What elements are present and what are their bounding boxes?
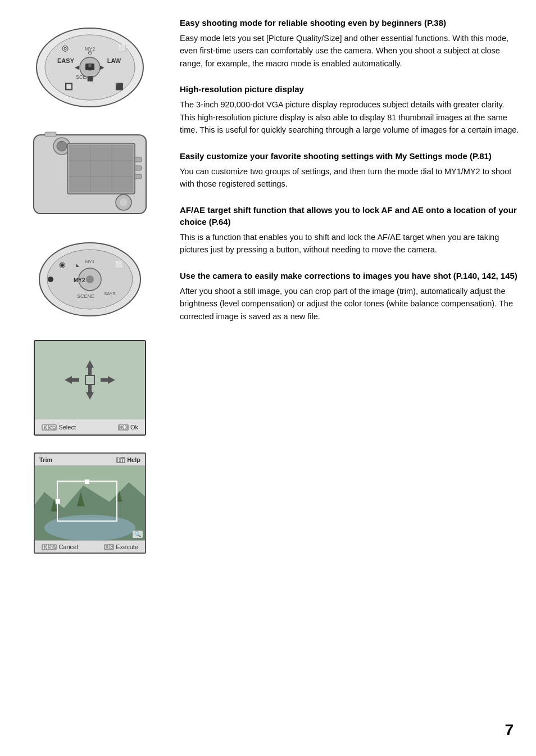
svg-text:⬛: ⬛ (115, 82, 124, 90)
svg-rect-22 (69, 145, 133, 192)
svg-marker-47 (86, 392, 94, 400)
svg-text:◣: ◣ (76, 262, 80, 268)
svg-text:◉: ◉ (59, 260, 65, 269)
svg-marker-51 (108, 376, 115, 384)
trim-screen-top: Trim Fn Help (35, 454, 145, 466)
trim-label: Trim (39, 456, 52, 463)
svg-rect-32 (45, 132, 56, 137)
zoom-icon: 🔍 (133, 531, 143, 538)
svg-rect-50 (71, 378, 79, 382)
cancel-label: DISP Cancel (42, 544, 78, 550)
select-label: DISP Select (42, 424, 76, 431)
af-screen-bottom: DISP Select OK Ok (35, 419, 145, 434)
svg-text:SAYS: SAYS (104, 291, 116, 296)
af-target-screen: AF (28, 340, 152, 436)
svg-point-36 (86, 275, 94, 283)
section-easy-shooting-body: Easy mode lets you set [Picture Quality/… (180, 32, 519, 70)
page-number: 7 (505, 721, 514, 739)
section-high-res-body: The 3-inch 920,000-dot VGA picture displ… (180, 98, 519, 136)
section-af-ae: AF/AE target shift function that allows … (180, 204, 519, 256)
svg-point-20 (57, 141, 67, 151)
section-corrections-body: After you shoot a still image, you can c… (180, 285, 519, 323)
svg-rect-53 (85, 375, 94, 384)
section-easy-shooting: Easy shooting mode for reliable shooting… (180, 17, 519, 70)
svg-rect-29 (135, 157, 142, 162)
camera-top-illustration: EASY LAW MY2 SCENE ⊙ (28, 22, 152, 112)
trim-screen-inner: 🔍 (35, 466, 145, 540)
svg-point-28 (120, 198, 128, 206)
svg-text:🔲: 🔲 (65, 82, 73, 90)
svg-text:⊙: ⊙ (88, 49, 92, 56)
trim-screen-bottom: DISP Cancel OK Execute (35, 540, 145, 553)
right-column: Easy shooting mode for reliable shooting… (174, 17, 519, 722)
section-af-ae-body: This is a function that enables you to s… (180, 231, 519, 256)
svg-text:⬛: ⬛ (87, 75, 94, 82)
svg-text:MY1: MY1 (85, 259, 95, 264)
svg-rect-52 (101, 378, 108, 382)
section-corrections-title: Use the camera to easily make correction… (180, 270, 519, 282)
svg-point-9 (88, 64, 92, 67)
svg-rect-30 (135, 166, 142, 170)
svg-text:⬜: ⬜ (118, 44, 126, 52)
svg-rect-46 (88, 367, 92, 375)
page: EASY LAW MY2 SCENE ⊙ (0, 0, 536, 756)
svg-text:LAW: LAW (107, 57, 121, 64)
svg-marker-45 (86, 360, 94, 368)
svg-text:MY2: MY2 (74, 277, 85, 283)
svg-point-44 (48, 277, 53, 282)
help-label: Fn Help (116, 456, 140, 463)
trim-screen: Trim Fn Help (28, 452, 152, 554)
svg-rect-48 (88, 385, 92, 393)
section-easy-shooting-title: Easy shooting mode for reliable shooting… (180, 17, 519, 29)
section-af-ae-title: AF/AE target shift function that allows … (180, 204, 519, 228)
section-my-settings-title: Easily customize your favorite shooting … (180, 150, 519, 162)
svg-text:EASY: EASY (57, 57, 75, 64)
section-my-settings-body: You can customize two groups of settings… (180, 165, 519, 191)
svg-text:⬜: ⬜ (115, 260, 124, 269)
section-my-settings: Easily customize your favorite shooting … (180, 150, 519, 191)
svg-text:◀: ◀ (75, 64, 79, 70)
section-camera-corrections: Use the camera to easily make correction… (180, 270, 519, 323)
camera-my2-illustration: MY2 MY1 ◣ ◉ ⬜ SCENE SAYS (28, 236, 152, 323)
section-high-res-title: High-resolution picture display (180, 83, 519, 95)
execute-label: OK Execute (104, 544, 138, 550)
svg-text:◎: ◎ (62, 43, 69, 52)
af-screen-inner (35, 341, 145, 419)
ok-label: OK Ok (118, 424, 138, 431)
svg-marker-49 (65, 376, 72, 384)
section-high-resolution: High-resolution picture display The 3-in… (180, 83, 519, 136)
svg-text:▶: ▶ (100, 64, 105, 70)
trim-rectangle (57, 481, 117, 522)
camera-back-illustration (28, 129, 152, 219)
content-grid: EASY LAW MY2 SCENE ⊙ (17, 17, 519, 722)
left-column: EASY LAW MY2 SCENE ⊙ (17, 17, 174, 722)
svg-text:SCENE: SCENE (77, 293, 94, 299)
svg-rect-31 (135, 174, 142, 179)
